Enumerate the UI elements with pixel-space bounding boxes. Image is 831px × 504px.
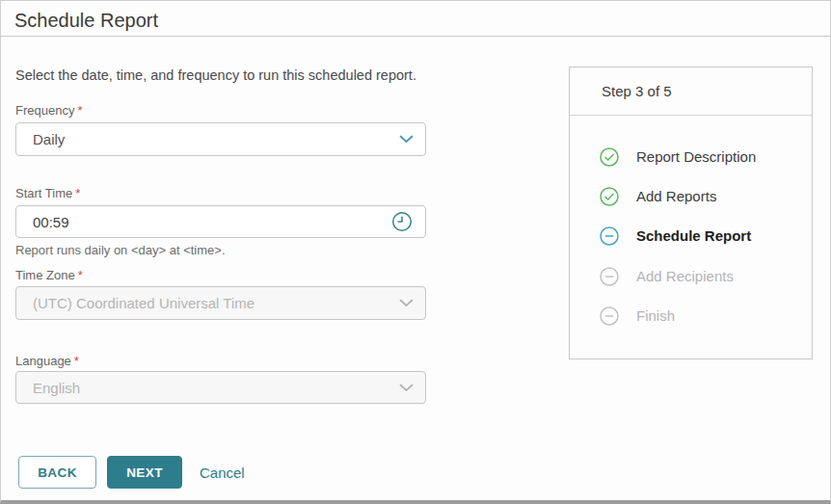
- wizard-step-label: Schedule Report: [636, 227, 751, 244]
- wizard-step-schedule-report: Schedule Report: [600, 225, 751, 246]
- wizard-step-counter: Step 3 of 5: [602, 67, 672, 115]
- wizard-step-add-recipients: Add Recipients: [600, 266, 734, 286]
- chevron-down-icon: [399, 384, 414, 392]
- start-time-input[interactable]: 00:59: [15, 205, 426, 238]
- wizard-step-label: Add Reports: [636, 188, 716, 204]
- page-title: Schedule Report: [14, 10, 158, 32]
- wizard-step-add-reports: Add Reports: [600, 186, 716, 206]
- schedule-report-page: Schedule Report Select the date, time, a…: [0, 0, 831, 504]
- frequency-select[interactable]: Daily: [15, 122, 426, 156]
- start-time-helper-text: Report runs daily on <day> at <time>.: [15, 243, 226, 257]
- chevron-down-icon: [399, 299, 414, 307]
- dash-circle-icon: [600, 226, 619, 246]
- title-divider: [1, 36, 830, 37]
- wizard-step-label: Finish: [636, 307, 675, 324]
- wizard-header-divider: [570, 115, 812, 116]
- time-zone-value: (UTC) Coordinated Universal Time: [33, 295, 399, 311]
- cancel-link[interactable]: Cancel: [200, 456, 245, 489]
- check-circle-icon: [600, 187, 619, 206]
- start-time-value: 00:59: [33, 214, 390, 230]
- language-value: English: [33, 380, 399, 396]
- required-asterisk: *: [77, 103, 82, 118]
- language-label: Language*: [15, 354, 79, 368]
- required-asterisk: *: [74, 354, 79, 368]
- time-zone-select: (UTC) Coordinated Universal Time: [15, 286, 426, 320]
- check-circle-icon: [600, 147, 619, 167]
- wizard-step-report-description: Report Description: [600, 146, 756, 167]
- wizard-step-finish: Finish: [600, 305, 675, 326]
- frequency-label: Frequency*: [15, 103, 82, 118]
- frequency-value: Daily: [33, 131, 399, 147]
- wizard-step-label: Add Recipients: [636, 268, 734, 284]
- dash-circle-icon: [600, 267, 619, 286]
- back-button[interactable]: BACK: [18, 456, 96, 489]
- required-asterisk: *: [78, 268, 83, 282]
- wizard-steps-panel: Step 3 of 5 Report Description Add Repor…: [569, 66, 813, 359]
- clock-icon[interactable]: [390, 210, 414, 233]
- start-time-label: Start Time*: [15, 186, 80, 200]
- intro-text: Select the date, time, and frequency to …: [15, 67, 416, 83]
- next-button[interactable]: NEXT: [107, 456, 182, 489]
- language-select: English: [15, 371, 426, 404]
- required-asterisk: *: [75, 186, 80, 200]
- dash-circle-icon: [600, 306, 619, 326]
- chevron-down-icon: [399, 135, 414, 144]
- wizard-step-label: Report Description: [636, 148, 756, 165]
- time-zone-label: Time Zone*: [15, 268, 83, 282]
